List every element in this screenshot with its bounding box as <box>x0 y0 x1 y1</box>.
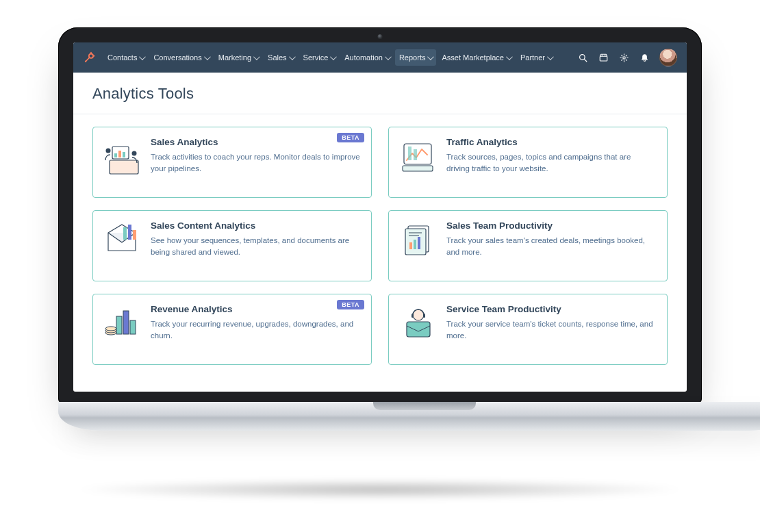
screen-bezel: ContactsConversationsMarketingSalesServi… <box>58 27 702 404</box>
beta-badge: BETA <box>337 133 364 142</box>
nav-item-service[interactable]: Service <box>299 49 340 66</box>
nav-menu: ContactsConversationsMarketingSalesServi… <box>103 49 556 66</box>
laptop-frame: ContactsConversationsMarketingSalesServi… <box>58 27 702 433</box>
card-title: Sales Team Productivity <box>446 220 656 231</box>
user-avatar[interactable] <box>659 49 677 66</box>
svg-line-1 <box>86 58 90 61</box>
nav-item-automation[interactable]: Automation <box>340 49 394 66</box>
card-body: Sales Content AnalyticsSee how your sequ… <box>151 220 360 270</box>
chevron-down-icon <box>289 53 296 60</box>
chevron-down-icon <box>253 53 260 60</box>
marketplace-icon[interactable] <box>598 52 609 63</box>
chevron-down-icon <box>506 53 513 60</box>
svg-point-2 <box>85 60 86 62</box>
nav-item-reports[interactable]: Reports <box>395 49 437 66</box>
nav-item-sales[interactable]: Sales <box>264 49 298 66</box>
card-body: Traffic AnalyticsTrack sources, pages, t… <box>446 137 656 186</box>
card-body: Revenue AnalyticsTrack your recurring re… <box>151 304 360 353</box>
card-body: Sales AnalyticsTrack activities to coach… <box>151 137 360 186</box>
nav-item-label: Asset Marketplace <box>442 53 503 62</box>
card-body: Service Team ProductivityTrack your serv… <box>446 304 656 353</box>
nav-item-label: Partner <box>520 53 545 62</box>
envelope-chart-icon <box>103 220 141 259</box>
nav-item-conversations[interactable]: Conversations <box>149 49 212 66</box>
webcam-dot <box>378 34 383 39</box>
card-description: Track activities to coach your reps. Mon… <box>151 151 360 174</box>
hubspot-logo-icon[interactable] <box>83 51 95 64</box>
line-chart-icon <box>398 137 437 175</box>
top-navbar: ContactsConversationsMarketingSalesServi… <box>73 42 687 73</box>
nav-item-asset-marketplace[interactable]: Asset Marketplace <box>438 49 514 66</box>
nav-item-label: Sales <box>268 53 287 62</box>
chevron-down-icon <box>330 53 337 60</box>
laptop-base <box>58 402 760 431</box>
chevron-down-icon <box>427 53 434 60</box>
nav-item-label: Conversations <box>153 53 201 62</box>
search-icon[interactable] <box>577 52 588 63</box>
card-title: Traffic Analytics <box>446 137 656 147</box>
nav-utilities <box>577 49 677 66</box>
card-service-team-productivity[interactable]: Service Team ProductivityTrack your serv… <box>388 294 668 365</box>
laptop-hinge-notch <box>373 402 476 410</box>
card-sales-analytics[interactable]: BETASales AnalyticsTrack activities to c… <box>92 127 372 198</box>
card-description: Track your recurring revenue, upgrades, … <box>151 318 360 341</box>
card-title: Sales Analytics <box>151 137 360 147</box>
card-body: Sales Team ProductivityTrack your sales … <box>446 220 656 270</box>
notifications-bell-icon[interactable] <box>639 52 650 63</box>
chevron-down-icon <box>385 53 392 60</box>
nav-item-label: Service <box>303 53 329 62</box>
beta-badge: BETA <box>337 300 364 309</box>
chevron-down-icon <box>547 53 554 60</box>
nav-item-contacts[interactable]: Contacts <box>103 49 148 66</box>
headset-box-icon <box>398 304 437 342</box>
report-stack-icon <box>398 220 437 259</box>
nav-item-label: Contacts <box>107 53 137 62</box>
screen: ContactsConversationsMarketingSalesServi… <box>73 42 687 392</box>
presentation-chart-icon <box>103 137 141 175</box>
svg-point-10 <box>622 56 624 58</box>
coins-bars-icon <box>103 304 141 342</box>
card-description: Track your sales team's created deals, m… <box>446 235 656 257</box>
svg-line-6 <box>584 59 586 61</box>
analytics-cards-grid: BETASales AnalyticsTrack activities to c… <box>92 127 668 365</box>
nav-item-marketing[interactable]: Marketing <box>214 49 262 66</box>
card-sales-team-productivity[interactable]: Sales Team ProductivityTrack your sales … <box>388 210 668 281</box>
card-revenue-analytics[interactable]: BETARevenue AnalyticsTrack your recurrin… <box>92 294 372 365</box>
card-description: Track your service team's ticket counts,… <box>446 318 656 341</box>
nav-item-label: Marketing <box>218 53 251 62</box>
card-title: Sales Content Analytics <box>151 220 360 231</box>
card-title: Revenue Analytics <box>151 304 360 314</box>
page-title: Analytics Tools <box>73 73 687 114</box>
card-description: See how your sequences, templates, and d… <box>151 235 360 257</box>
svg-rect-7 <box>600 56 607 61</box>
page-content: BETASales AnalyticsTrack activities to c… <box>73 114 687 384</box>
laptop-shadow <box>72 479 688 500</box>
card-traffic-analytics[interactable]: Traffic AnalyticsTrack sources, pages, t… <box>388 127 668 198</box>
chevron-down-icon <box>204 53 211 60</box>
chevron-down-icon <box>139 53 146 60</box>
settings-gear-icon[interactable] <box>618 52 629 63</box>
nav-item-label: Automation <box>344 53 383 62</box>
nav-item-label: Reports <box>399 53 426 62</box>
card-sales-content-analytics[interactable]: Sales Content AnalyticsSee how your sequ… <box>92 210 372 281</box>
card-description: Track sources, pages, topics and campaig… <box>446 151 656 174</box>
card-title: Service Team Productivity <box>446 304 656 314</box>
nav-item-partner[interactable]: Partner <box>516 49 556 66</box>
